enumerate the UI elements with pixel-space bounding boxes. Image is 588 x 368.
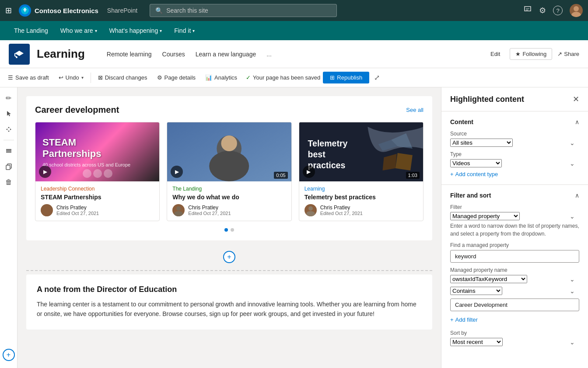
nav-whats-happening[interactable]: What's happening ▾ bbox=[104, 25, 168, 36]
source-select[interactable]: All sites This site A site collection Pa… bbox=[450, 139, 513, 147]
author-avatar-1 bbox=[41, 204, 53, 216]
search-input[interactable] bbox=[166, 7, 331, 14]
republish-button[interactable]: ⊞ Republish bbox=[323, 72, 369, 83]
nav-learn-language[interactable]: Learn a new language bbox=[191, 49, 261, 59]
sort-by-label: Sort by bbox=[450, 330, 579, 336]
sharepoint-label: SharePoint bbox=[107, 7, 137, 14]
nav-more[interactable]: ... bbox=[262, 49, 276, 59]
source-select-wrapper: All sites This site A site collection Pa… bbox=[450, 139, 579, 147]
expand-button[interactable]: ⤢ bbox=[372, 71, 382, 84]
add-section-side-button[interactable]: + bbox=[3, 349, 15, 361]
career-development-section: Career development See all STEAMPartners… bbox=[26, 96, 432, 240]
video-thumb-steam: STEAMPartnerships 40 school districts ac… bbox=[35, 122, 159, 181]
section-header: Career development See all bbox=[35, 105, 424, 115]
copy-tool[interactable] bbox=[2, 160, 16, 174]
nav-remote-learning[interactable]: Remote learning bbox=[102, 49, 156, 59]
content-collapse-button[interactable]: ∧ bbox=[575, 118, 579, 125]
author-info-3: Chris Pratley Edited Oct 27, 2021 bbox=[320, 205, 363, 216]
svg-rect-7 bbox=[6, 152, 11, 153]
move-tool[interactable] bbox=[2, 122, 16, 136]
nav-who-we-are[interactable]: Who we are ▾ bbox=[55, 25, 102, 36]
add-filter-button[interactable]: + Add filter bbox=[450, 316, 478, 323]
brand-name: Contoso Electronics bbox=[35, 7, 98, 14]
video-title-3: Telemetry best practices bbox=[304, 194, 418, 201]
video-title-1: STEAM Partnerships bbox=[41, 194, 154, 201]
video-card-telemetry: Telemetry best practices ▶ 1:03 Learning… bbox=[299, 122, 424, 221]
play-button-1[interactable]: ▶ bbox=[39, 166, 51, 178]
find-managed-property-input[interactable] bbox=[450, 250, 579, 263]
contains-select[interactable]: Contains Equals Begins with bbox=[450, 287, 502, 295]
avatar[interactable] bbox=[570, 4, 583, 17]
type-select-wrapper: Videos Pages Documents Images bbox=[450, 159, 579, 167]
pagination-dots bbox=[35, 228, 424, 232]
duration-badge-2: 0:05 bbox=[274, 172, 287, 179]
dot-2[interactable] bbox=[231, 228, 234, 232]
cursor-tool[interactable] bbox=[2, 107, 16, 121]
video-info-1: Leadership Connection STEAM Partnerships… bbox=[35, 181, 159, 221]
help-icon[interactable]: ? bbox=[553, 6, 563, 15]
svg-point-11 bbox=[42, 211, 51, 216]
search-bar[interactable]: 🔍 bbox=[150, 4, 337, 17]
plus-icon: + bbox=[450, 171, 454, 177]
undo-button[interactable]: ↩ Undo ▾ bbox=[54, 72, 88, 83]
delete-tool[interactable]: 🗑 bbox=[2, 175, 16, 189]
settings-icon[interactable]: ⚙ bbox=[539, 6, 546, 15]
star-icon: ★ bbox=[515, 51, 521, 57]
share-button[interactable]: ↗ Share bbox=[557, 51, 579, 57]
video-source-2: The Landing bbox=[172, 186, 286, 192]
svg-point-4 bbox=[16, 56, 18, 58]
svg-text:best: best bbox=[308, 149, 326, 159]
nav-courses[interactable]: Courses bbox=[158, 49, 189, 59]
dot-1[interactable] bbox=[224, 228, 228, 232]
chat-icon[interactable] bbox=[523, 5, 532, 16]
search-icon: 🔍 bbox=[155, 7, 163, 14]
following-button[interactable]: ★ Following bbox=[510, 48, 552, 60]
add-section-button[interactable]: + bbox=[223, 251, 235, 263]
play-button-3[interactable]: ▶ bbox=[303, 166, 315, 178]
edit-button[interactable]: Edit bbox=[486, 49, 504, 59]
video-source-1: Leadership Connection bbox=[41, 186, 154, 192]
managed-property-select[interactable]: owstaxIdTaxKeyword Title Author bbox=[450, 275, 527, 283]
video-info-3: Learning Telemetry best practices Chris … bbox=[299, 181, 423, 221]
find-managed-property-label: Find a managed property bbox=[450, 242, 579, 248]
right-panel: Highlighted content ✕ Content ∧ Source A… bbox=[441, 87, 588, 368]
duration-badge-3: 1:03 bbox=[406, 172, 420, 179]
edit-toolbar: ☰ Save as draft ↩ Undo ▾ ⊠ Discard chang… bbox=[0, 68, 588, 87]
svg-point-16 bbox=[176, 206, 181, 211]
brand[interactable]: Contoso Electronics bbox=[19, 4, 98, 17]
page-details-button[interactable]: ⚙ Page details bbox=[153, 72, 200, 83]
edit-tool[interactable]: ✏ bbox=[2, 91, 16, 105]
close-panel-button[interactable]: ✕ bbox=[573, 94, 579, 104]
waffle-icon[interactable]: ⊞ bbox=[5, 6, 12, 15]
add-section-row: + bbox=[26, 247, 432, 267]
undo-icon: ↩ bbox=[59, 74, 63, 81]
nav-find-it[interactable]: Find it ▾ bbox=[169, 25, 200, 36]
tool-divider-1 bbox=[4, 140, 14, 140]
sort-by-select[interactable]: Most recent Title Views bbox=[450, 338, 503, 346]
analytics-button[interactable]: 📊 Analytics bbox=[201, 72, 242, 83]
saved-message: ✓ Your page has been saved bbox=[246, 74, 320, 81]
filter-sort-section: Filter and sort ∧ Filter Managed propert… bbox=[441, 185, 588, 353]
contains-select-wrapper: Contains Equals Begins with bbox=[450, 287, 579, 295]
filter-sort-header: Filter and sort ∧ bbox=[450, 192, 579, 199]
svg-text:Telemetry: Telemetry bbox=[308, 139, 347, 148]
save-as-draft-button[interactable]: ☰ Save as draft bbox=[4, 72, 53, 83]
plus-icon-2: + bbox=[450, 316, 454, 323]
learning-actions: Edit ★ Following ↗ Share bbox=[486, 48, 579, 60]
add-content-type-button[interactable]: + Add content type bbox=[450, 171, 498, 177]
nav-the-landing[interactable]: The Landing bbox=[9, 25, 53, 36]
filter-select[interactable]: Managed property Audience Content type bbox=[450, 212, 520, 220]
discard-changes-button[interactable]: ⊠ Discard changes bbox=[94, 72, 152, 83]
video-title-2: Why we do what we do bbox=[172, 194, 286, 201]
author-avatar-2 bbox=[172, 204, 185, 216]
undo-dropdown-icon[interactable]: ▾ bbox=[81, 75, 84, 80]
see-all-link[interactable]: See all bbox=[406, 107, 424, 113]
video-grid: STEAMPartnerships 40 school districts ac… bbox=[35, 122, 424, 221]
layers-tool[interactable] bbox=[2, 144, 16, 158]
filter-value-input[interactable] bbox=[450, 299, 579, 311]
share-icon: ↗ bbox=[557, 51, 562, 57]
filter-collapse-button[interactable]: ∧ bbox=[575, 192, 579, 199]
type-select[interactable]: Videos Pages Documents Images bbox=[450, 159, 502, 167]
svg-point-10 bbox=[45, 206, 49, 211]
author-info-1: Chris Pratley Edited Oct 27, 2021 bbox=[56, 205, 99, 216]
